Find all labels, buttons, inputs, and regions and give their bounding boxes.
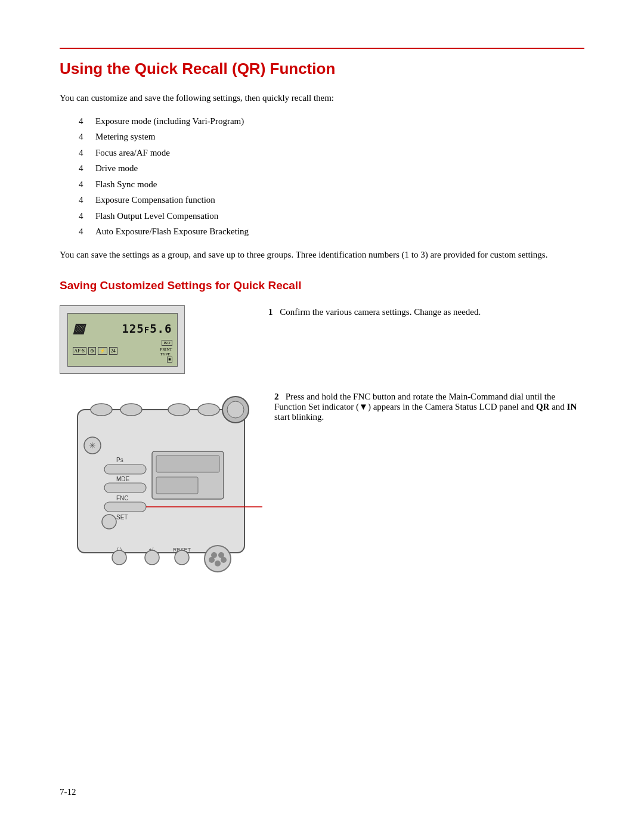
lcd-bottom: AF-S ⊕ ⚡ 24 ISO PRINTTYPE ■	[73, 340, 172, 363]
svg-text:SET: SET	[116, 514, 128, 521]
svg-point-16	[102, 515, 116, 529]
lcd-bottom-icon: ■	[167, 357, 172, 363]
svg-text:FNC: FNC	[116, 495, 129, 501]
page-footer: 7-12	[60, 787, 76, 797]
svg-point-4	[198, 404, 219, 416]
list-num: 4	[79, 130, 83, 144]
svg-point-6	[227, 401, 244, 418]
lcd-num: 24	[109, 347, 117, 355]
subsection-title: Saving Customized Settings for Quick Rec…	[60, 279, 584, 292]
top-rule	[60, 48, 584, 49]
step2-text: 2 Press and hold the FNC button and rota…	[274, 392, 584, 422]
lcd-top: ▩ 125F5.6	[73, 317, 172, 340]
list-item: 4Focus area/AF mode	[95, 146, 584, 160]
list-num: 4	[79, 114, 83, 128]
svg-text:MDE: MDE	[116, 476, 130, 482]
svg-point-23	[112, 550, 126, 565]
step1-image: ▩ 125F5.6 AF-S ⊕ ⚡ 24 ISO PRINTT	[60, 305, 250, 374]
lcd-print: PRINTTYPE	[160, 347, 172, 357]
svg-rect-10	[104, 465, 146, 474]
svg-rect-18	[156, 456, 219, 472]
step2-in: IN	[567, 402, 577, 411]
list-item: 4Flash Sync mode	[95, 178, 584, 191]
svg-point-2	[120, 404, 142, 416]
list-num: 4	[79, 209, 83, 223]
step2-qr: QR	[536, 402, 550, 411]
step1-number: 1	[268, 307, 273, 317]
camera-body-svg: ✳ Ps MDE FNC SET ( ) +/-	[60, 392, 262, 577]
svg-point-29	[221, 557, 227, 563]
feature-list: 4Exposure mode (including Vari-Program) …	[95, 114, 584, 239]
intro-text: You can customize and save the following…	[60, 91, 584, 105]
lcd-screen: ▩ 125F5.6 AF-S ⊕ ⚡ 24 ISO PRINTT	[67, 313, 178, 367]
lcd-af-s: AF-S	[73, 347, 86, 355]
svg-point-32	[211, 552, 217, 558]
list-item: 4Flash Output Level Compensation	[95, 209, 584, 223]
lcd-icons-left: AF-S ⊕ ⚡ 24	[73, 347, 117, 355]
svg-text:Ps: Ps	[116, 457, 123, 463]
page: Using the Quick Recall (QR) Function You…	[0, 0, 644, 833]
list-num: 4	[79, 162, 83, 175]
step2-image: ✳ Ps MDE FNC SET ( ) +/-	[60, 392, 262, 579]
list-item: 4Exposure Compensation function	[95, 193, 584, 207]
lcd-metering: ⊕	[88, 347, 96, 355]
list-item: 4Exposure mode (including Vari-Program)	[95, 114, 584, 128]
lcd-numbers: 125F5.6	[122, 322, 172, 335]
step2-paragraph: 2 Press and hold the FNC button and rota…	[274, 392, 584, 422]
lcd-mode-icon: ▩	[73, 321, 85, 336]
svg-rect-12	[104, 483, 146, 493]
step2-number: 2	[274, 392, 279, 401]
save-note: You can save the settings as a group, an…	[60, 248, 584, 262]
svg-text:✳: ✳	[89, 441, 96, 450]
list-item: 4Auto Exposure/Flash Exposure Bracketing	[95, 225, 584, 239]
list-num: 4	[79, 146, 83, 160]
svg-point-30	[215, 561, 221, 566]
list-item: 4Drive mode	[95, 162, 584, 175]
step1-text: 1 Confirm the various camera settings. C…	[268, 305, 584, 319]
step1-description: Confirm the various camera settings. Cha…	[280, 307, 481, 317]
svg-rect-19	[156, 477, 198, 494]
lcd-flash: ⚡	[98, 347, 107, 355]
list-item: 4Metering system	[95, 130, 584, 144]
svg-point-1	[91, 404, 112, 416]
svg-point-27	[205, 546, 231, 572]
step2-area: ✳ Ps MDE FNC SET ( ) +/-	[60, 392, 584, 579]
lcd-display: ▩ 125F5.6 AF-S ⊕ ⚡ 24 ISO PRINTT	[60, 305, 185, 374]
svg-point-3	[168, 404, 190, 416]
lcd-icons-right: ISO PRINTTYPE ■	[160, 340, 172, 363]
list-num: 4	[79, 178, 83, 191]
step1-paragraph: 1 Confirm the various camera settings. C…	[268, 305, 584, 319]
list-num: 4	[79, 225, 83, 239]
step2-description: Press and hold the FNC button and rotate…	[274, 392, 577, 422]
section-title: Using the Quick Recall (QR) Function	[60, 60, 584, 78]
list-num: 4	[79, 193, 83, 207]
svg-point-25	[175, 550, 189, 565]
lcd-iso: ISO	[162, 340, 172, 346]
svg-point-24	[145, 550, 159, 565]
step1-area: ▩ 125F5.6 AF-S ⊕ ⚡ 24 ISO PRINTT	[60, 305, 584, 374]
svg-rect-14	[104, 502, 146, 512]
